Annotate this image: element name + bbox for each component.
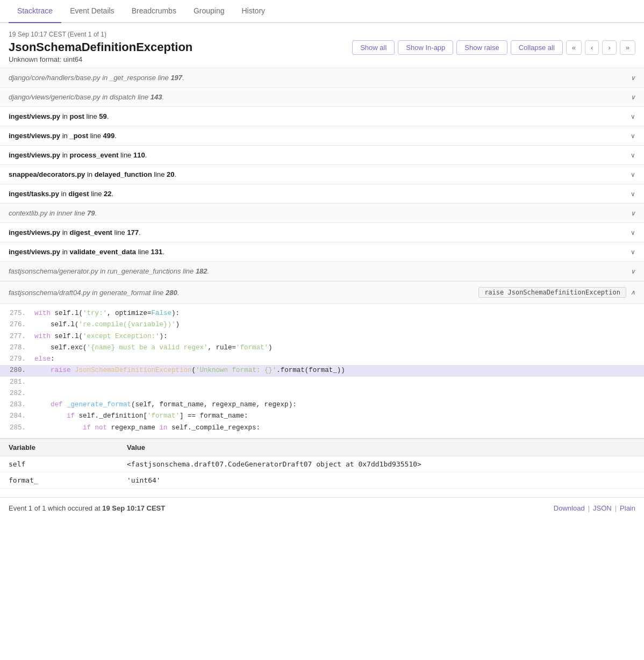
line-num: 278.	[4, 342, 34, 354]
var-value: <fastjsonschema.draft07.CodeGeneratorDra…	[127, 460, 421, 468]
chevron-down-icon: ∨	[631, 171, 635, 178]
line-num: 282.	[4, 388, 34, 399]
line-content	[34, 388, 640, 399]
tabs-bar: Stacktrace Event Details Breadcrumbs Gro…	[0, 0, 644, 23]
frame-text: ingest/views.py in validate_event_data l…	[9, 248, 631, 256]
footer-sep-1: |	[588, 504, 590, 512]
frame-text: ingest/views.py in post line 59.	[9, 112, 631, 120]
chevron-down-icon: ∨	[631, 152, 635, 159]
chevron-down-icon: ∨	[631, 113, 635, 120]
line-num: 285.	[4, 422, 34, 434]
code-line: 285. if not regexp_name in self._compile…	[0, 422, 644, 434]
code-line: 278. self.exc('{name} must be a valid re…	[0, 342, 644, 354]
event-meta: 19 Sep 10:17 CEST (Event 1 of 1)	[9, 31, 635, 38]
show-inapp-button[interactable]: Show In-app	[398, 40, 453, 55]
plain-link[interactable]: Plain	[620, 504, 635, 512]
nav-next-button[interactable]: ›	[602, 40, 616, 55]
var-value: 'uint64'	[127, 476, 161, 484]
frame-text: ingest/tasks.py in digest line 22.	[9, 190, 631, 198]
code-line: 276. self.l('re.compile({variable})')	[0, 319, 644, 331]
chevron-down-icon: ∨	[631, 132, 635, 140]
code-line: 282.	[0, 388, 644, 399]
line-num: 280.	[4, 365, 34, 376]
code-line: 281.	[0, 377, 644, 388]
code-line: 284. if self._definition['format'] == fo…	[0, 411, 644, 422]
line-content	[34, 377, 640, 388]
line-content: raise JsonSchemaDefinitionException('Unk…	[34, 365, 640, 376]
frame-text: django/views/generic/base.py in dispatch…	[9, 93, 631, 101]
stack-frame[interactable]: django/core/handlers/base.py in _get_res…	[0, 68, 644, 88]
download-link[interactable]: Download	[554, 504, 585, 512]
stack-frame[interactable]: contextlib.py in inner line 79. ∨	[0, 204, 644, 223]
footer-sep-2: |	[615, 504, 617, 512]
stack-frame[interactable]: ingest/tasks.py in digest line 22. ∨	[0, 184, 644, 204]
variable-column-header: Variable	[9, 443, 127, 451]
line-num: 276.	[4, 319, 34, 331]
frame-text: fastjsonschema/generator.py in run_gener…	[9, 267, 631, 275]
line-content: self.exc('{name} must be a valid regex',…	[34, 342, 640, 354]
line-num: 279.	[4, 354, 34, 365]
exception-badge: raise JsonSchemaDefinitionException	[478, 287, 626, 298]
chevron-down-icon: ∨	[631, 94, 635, 101]
var-name: self	[9, 460, 127, 468]
event-title: JsonSchemaDefinitionException	[9, 40, 192, 54]
stack-frame[interactable]: snappea/decorators.py in delayed_functio…	[0, 165, 644, 184]
chevron-down-icon: ∨	[631, 190, 635, 198]
stack-frame-expanded[interactable]: fastjsonschema/draft04.py in generate_fo…	[0, 281, 644, 303]
event-header-section: 19 Sep 10:17 CEST (Event 1 of 1) JsonSch…	[0, 23, 644, 68]
frame-text: ingest/views.py in _post line 499.	[9, 132, 631, 140]
line-num: 281.	[4, 377, 34, 388]
stack-frame[interactable]: fastjsonschema/generator.py in run_gener…	[0, 262, 644, 281]
show-raise-button[interactable]: Show raise	[456, 40, 507, 55]
footer-datetime: 19 Sep 10:17 CEST	[102, 504, 165, 512]
code-line: 275. with self.l('try:', optimize=False)…	[0, 308, 644, 319]
chevron-down-icon: ∨	[631, 74, 635, 82]
chevron-down-icon: ∨	[631, 268, 635, 275]
frame-text: django/core/handlers/base.py in _get_res…	[9, 74, 631, 82]
footer-event-text: Event 1 of 1 which occured at 19 Sep 10:…	[9, 504, 165, 512]
nav-prev-button[interactable]: ‹	[585, 40, 599, 55]
local-var-row: self <fastjsonschema.draft07.CodeGenerat…	[0, 456, 644, 472]
tab-breadcrumbs[interactable]: Breadcrumbs	[123, 0, 185, 23]
stack-frame[interactable]: ingest/views.py in process_event line 11…	[0, 146, 644, 165]
line-num: 283.	[4, 399, 34, 411]
stack-frame[interactable]: ingest/views.py in _post line 499. ∨	[0, 126, 644, 146]
collapse-all-button[interactable]: Collapse all	[511, 40, 563, 55]
stack-frame[interactable]: ingest/views.py in digest_event line 177…	[0, 223, 644, 242]
line-content: with self.l('except Exception:'):	[34, 331, 640, 342]
tab-event-details[interactable]: Event Details	[61, 0, 123, 23]
stack-frames-container: django/core/handlers/base.py in _get_res…	[0, 68, 644, 439]
footer: Event 1 of 1 which occured at 19 Sep 10:…	[0, 497, 644, 519]
stack-frame[interactable]: django/views/generic/base.py in dispatch…	[0, 88, 644, 107]
chevron-up-icon: ∧	[631, 289, 635, 296]
line-num: 277.	[4, 331, 34, 342]
frame-text: contextlib.py in inner line 79.	[9, 209, 631, 217]
line-num: 275.	[4, 308, 34, 319]
line-content: if not regexp_name in self._compile_rege…	[34, 422, 640, 434]
local-vars-header: Variable Value	[0, 439, 644, 456]
nav-first-button[interactable]: «	[566, 40, 582, 55]
nav-last-button[interactable]: »	[620, 40, 635, 55]
line-content: if self._definition['format'] == format_…	[34, 411, 640, 422]
tab-stacktrace[interactable]: Stacktrace	[9, 0, 61, 23]
line-content: def _generate_format(self, format_name, …	[34, 399, 640, 411]
tab-history[interactable]: History	[233, 0, 274, 23]
footer-links: Download | JSON | Plain	[554, 504, 635, 512]
json-link[interactable]: JSON	[593, 504, 612, 512]
value-column-header: Value	[127, 443, 145, 451]
toolbar: Show all Show In-app Show raise Collapse…	[352, 40, 635, 55]
code-block: 275. with self.l('try:', optimize=False)…	[0, 303, 644, 439]
stack-frame[interactable]: ingest/views.py in validate_event_data l…	[0, 242, 644, 262]
line-num: 284.	[4, 411, 34, 422]
var-name: format_	[9, 476, 127, 484]
line-content: self.l('re.compile({variable})')	[34, 319, 640, 331]
frame-text: snappea/decorators.py in delayed_functio…	[9, 170, 631, 178]
frame-text: fastjsonschema/draft04.py in generate_fo…	[9, 289, 478, 297]
show-all-button[interactable]: Show all	[352, 40, 395, 55]
code-line: 277. with self.l('except Exception:'):	[0, 331, 644, 342]
tab-grouping[interactable]: Grouping	[185, 0, 233, 23]
local-var-row: format_ 'uint64'	[0, 472, 644, 489]
chevron-down-icon: ∨	[631, 229, 635, 236]
stack-frame[interactable]: ingest/views.py in post line 59. ∨	[0, 107, 644, 126]
line-content: with self.l('try:', optimize=False):	[34, 308, 640, 319]
